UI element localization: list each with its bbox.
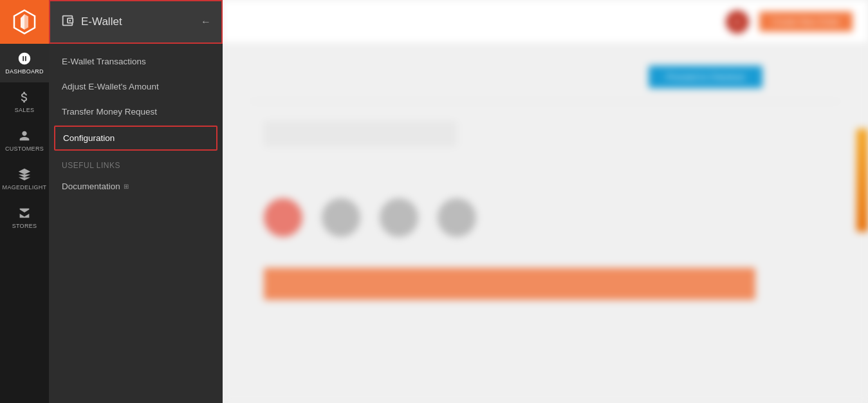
card-icon-4	[438, 198, 476, 237]
orange-sidebar-accent	[856, 129, 868, 232]
card-icon-3	[380, 198, 418, 237]
menu-header-title: E-Wallet	[81, 15, 194, 28]
sidebar-item-sales-label: SALES	[15, 107, 35, 113]
wallet-icon	[60, 14, 75, 31]
card-icon-2	[322, 198, 360, 237]
bottom-banner	[264, 268, 755, 300]
svg-marker-1	[21, 14, 24, 30]
section-title	[264, 121, 457, 147]
main-content: A Create New Order Proceed to Checkout	[223, 0, 868, 403]
useful-links-section-label: Useful Links	[49, 152, 223, 174]
documentation-label: Documentation	[62, 182, 120, 191]
menu-item-configuration[interactable]: Configuration	[54, 126, 217, 151]
sidebar-item-dashboard-label: DASHBOARD	[5, 68, 44, 75]
stores-icon	[17, 206, 32, 220]
menu-items-list: E-Wallet Transactions Adjust E-Wallet's …	[49, 44, 223, 403]
sidebar-item-customers-label: CUSTOMERS	[5, 145, 44, 152]
sidebar-item-sales[interactable]: SALES	[0, 82, 49, 121]
magento-logo-icon	[12, 9, 37, 35]
create-order-button[interactable]: Create New Order	[759, 12, 853, 32]
back-button[interactable]: ←	[201, 16, 211, 28]
sidebar-item-magedelight-label: MAGEDELIGHT	[3, 184, 47, 191]
sidebar-item-customers[interactable]: CUSTOMERS	[0, 121, 49, 160]
menu-item-documentation[interactable]: Documentation ⊞	[49, 174, 223, 199]
menu-item-transfer-money[interactable]: Transfer Money Request	[49, 99, 223, 124]
icon-sidebar: DASHBOARD SALES CUSTOMERS MAGEDELIGHT ST…	[0, 0, 49, 403]
logo-area[interactable]	[0, 0, 49, 44]
sidebar-item-magedelight[interactable]: MAGEDELIGHT	[0, 160, 49, 198]
admin-avatar: A	[726, 10, 749, 33]
dashboard-icon	[17, 52, 32, 66]
proceed-checkout-button[interactable]: Proceed to Checkout	[649, 66, 762, 88]
menu-header[interactable]: E-Wallet ←	[49, 0, 223, 44]
top-bar: A Create New Order	[223, 0, 868, 44]
sales-icon	[17, 90, 32, 104]
sidebar-item-stores[interactable]: STORES	[0, 198, 49, 237]
menu-item-ewallet-transactions[interactable]: E-Wallet Transactions	[49, 49, 223, 74]
external-link-icon: ⊞	[124, 183, 129, 190]
card-icon-1	[264, 198, 302, 237]
magedelight-icon	[17, 167, 32, 182]
svg-point-3	[69, 19, 71, 21]
customers-icon	[17, 129, 32, 143]
blurred-background: A Create New Order Proceed to Checkout	[223, 0, 868, 403]
sidebar-item-stores-label: STORES	[12, 223, 37, 229]
content-area: Proceed to Checkout	[223, 44, 868, 321]
cards-row	[238, 185, 853, 250]
menu-item-adjust-ewallet[interactable]: Adjust E-Wallet's Amount	[49, 74, 223, 99]
sidebar-item-dashboard[interactable]: DASHBOARD	[0, 44, 49, 82]
svg-marker-2	[24, 14, 28, 30]
menu-sidebar: E-Wallet ← E-Wallet Transactions Adjust …	[49, 0, 223, 403]
